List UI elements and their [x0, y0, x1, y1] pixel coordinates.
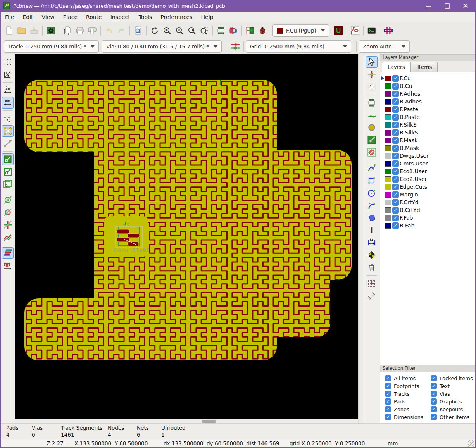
layer-visibility-checkbox[interactable]: ✓	[392, 122, 399, 128]
layer-row-Edge.Cuts[interactable]: ✓Edge.Cuts	[380, 183, 476, 191]
layer-color-swatch[interactable]	[385, 153, 391, 159]
layer-visibility-checkbox[interactable]: ✓	[392, 83, 399, 90]
filter-checkbox[interactable]: ✓	[385, 398, 391, 405]
layer-color-swatch[interactable]	[385, 192, 391, 198]
layer-visibility-checkbox[interactable]: ✓	[392, 207, 399, 214]
filter-checkbox[interactable]: ✓	[385, 406, 391, 412]
zones-outline-button[interactable]	[2, 166, 14, 177]
plot-button[interactable]	[86, 25, 98, 36]
redo-button[interactable]	[116, 25, 127, 36]
filter-checkbox[interactable]: ✓	[431, 391, 437, 397]
zoom-fit-button[interactable]	[186, 25, 198, 36]
layer-row-B.Paste[interactable]: ✓B.Paste	[380, 113, 476, 121]
pads-sketch-button[interactable]	[2, 194, 14, 206]
layer-visibility-checkbox[interactable]: ✓	[392, 153, 399, 159]
layer-color-swatch[interactable]	[385, 83, 391, 89]
menu-route[interactable]: Route	[82, 12, 106, 22]
local-ratsnest-button[interactable]	[366, 81, 378, 93]
menu-file[interactable]: File	[1, 12, 18, 22]
draw-polygon-button[interactable]	[366, 212, 378, 224]
new-board-button[interactable]	[3, 25, 15, 36]
menu-preferences[interactable]: Preferences	[156, 12, 197, 22]
menu-help[interactable]: Help	[197, 12, 218, 22]
track-width-dropdown[interactable]: Track: 0.250 mm (9.84 mils) *	[4, 40, 99, 53]
filter-checkbox[interactable]: ✓	[385, 375, 391, 381]
layer-pair-indicator-button[interactable]	[333, 25, 344, 36]
board-canvas[interactable]: J1 Conn_01x06	[15, 54, 358, 423]
save-board-button[interactable]	[28, 25, 40, 36]
tab-layers[interactable]: Layers	[382, 62, 411, 72]
zoom-in-button[interactable]	[161, 25, 173, 36]
set-origin-button[interactable]	[366, 249, 378, 261]
layer-row-B.CrtYd[interactable]: ✓B.CrtYd	[380, 206, 476, 214]
layer-row-F.Paste[interactable]: ✓F.Paste	[380, 105, 476, 113]
highlight-net-button[interactable]	[366, 69, 378, 80]
draw-circle-button[interactable]	[366, 187, 378, 199]
layer-color-swatch[interactable]	[385, 200, 391, 205]
layers-manager-toggle-button[interactable]	[2, 247, 14, 259]
add-zone-button[interactable]	[366, 134, 378, 146]
layer-row-Eco2.User[interactable]: ✓Eco2.User	[380, 175, 476, 183]
curved-tracks-button[interactable]	[2, 231, 14, 243]
layer-row-B.SilkS[interactable]: ✓B.SilkS	[380, 129, 476, 136]
layer-color-swatch[interactable]	[385, 184, 391, 190]
layer-color-swatch[interactable]	[385, 215, 391, 221]
page-settings-button[interactable]	[62, 25, 73, 36]
select-tool-button[interactable]	[366, 56, 378, 68]
layer-color-swatch[interactable]	[385, 145, 391, 151]
layer-row-F.Adhes[interactable]: ✓F.Adhes	[380, 90, 476, 98]
layer-row-B.Mask[interactable]: ✓B.Mask	[380, 144, 476, 152]
route-tracks-button[interactable]	[366, 109, 378, 121]
cursor-shape-button[interactable]	[2, 113, 14, 124]
tab-items[interactable]: Items	[412, 62, 438, 72]
filter-checkbox[interactable]: ✓	[431, 383, 437, 389]
layer-visibility-checkbox[interactable]: ✓	[392, 168, 399, 175]
units-inches-button[interactable]: in	[2, 84, 14, 96]
add-text-button[interactable]: T	[366, 224, 378, 236]
filter-zones[interactable]: ✓Zones	[385, 406, 431, 412]
filter-checkbox[interactable]: ✓	[385, 414, 391, 420]
zones-sketch-button[interactable]	[2, 178, 14, 190]
layer-color-swatch[interactable]	[385, 91, 391, 97]
polar-coordinates-button[interactable]: rθ	[2, 69, 14, 80]
footprint-viewer-button[interactable]	[228, 25, 239, 36]
footprint-editor-button[interactable]	[215, 25, 227, 36]
update-pcb-from-schematic-button[interactable]	[244, 25, 256, 36]
filter-text[interactable]: ✓Text	[431, 383, 476, 389]
layer-visibility-checkbox[interactable]: ✓	[392, 106, 399, 113]
redraw-button[interactable]	[149, 25, 160, 36]
tracks-sketch-button[interactable]	[2, 219, 14, 231]
layer-visibility-checkbox[interactable]: ✓	[392, 145, 399, 152]
layer-row-F.CrtYd[interactable]: ✓F.CrtYd	[380, 198, 476, 206]
layer-row-B.Fab[interactable]: ✓B.Fab	[380, 222, 476, 229]
drc-button[interactable]	[257, 25, 268, 36]
layer-color-swatch[interactable]	[385, 122, 391, 128]
layer-visibility-checkbox[interactable]: ✓	[392, 160, 399, 167]
delete-tool-button[interactable]	[366, 262, 378, 273]
layer-row-F.SilkS[interactable]: ✓F.SilkS	[380, 121, 476, 129]
open-board-button[interactable]	[16, 25, 28, 36]
filter-other-items[interactable]: ✓Other items	[431, 414, 476, 420]
layer-visibility-checkbox[interactable]: ✓	[392, 176, 399, 183]
draw-arc-button[interactable]	[366, 200, 378, 211]
zones-filled-button[interactable]	[2, 153, 14, 165]
vias-sketch-button[interactable]	[2, 207, 14, 218]
layer-row-Cmts.User[interactable]: ✓Cmts.User	[380, 160, 476, 167]
layer-row-Dwgs.User[interactable]: ✓Dwgs.User	[380, 152, 476, 160]
microwave-tools-button[interactable]	[2, 260, 14, 271]
layer-color-swatch[interactable]	[385, 207, 391, 213]
menu-edit[interactable]: Edit	[18, 12, 37, 22]
draw-rectangle-button[interactable]	[366, 175, 378, 186]
add-keepout-button[interactable]	[366, 146, 378, 158]
units-mm-button[interactable]: mm	[2, 97, 14, 109]
draw-line-button[interactable]	[366, 162, 378, 174]
menu-inspect[interactable]: Inspect	[106, 12, 135, 22]
layer-color-swatch[interactable]	[385, 169, 391, 174]
filter-all-items[interactable]: ✓All items	[385, 375, 431, 381]
layer-color-swatch[interactable]	[385, 223, 391, 229]
router-settings-button[interactable]	[349, 25, 361, 36]
via-size-dropdown[interactable]: Via: 0.80 / 0.40 mm (31.5 / 15.7 mils) *	[102, 40, 222, 53]
layer-color-swatch[interactable]	[385, 107, 391, 112]
filter-dimensions[interactable]: ✓Dimensions	[385, 414, 431, 420]
layer-row-Margin[interactable]: ✓Margin	[380, 191, 476, 198]
